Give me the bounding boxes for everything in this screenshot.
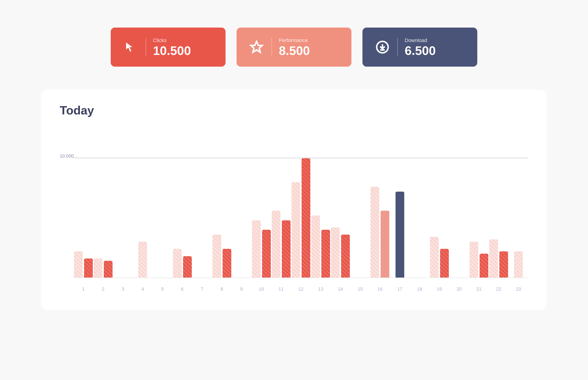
x-label: 14 [331, 285, 350, 292]
bar-slot [172, 249, 192, 278]
bar-back [331, 228, 340, 278]
bar-back [514, 251, 523, 278]
bar-slot [410, 275, 429, 278]
bar-slot [133, 242, 152, 278]
x-label: 1 [74, 285, 93, 292]
chart-title: Today [60, 103, 528, 117]
performance-text: Performance 8.500 [279, 38, 310, 57]
bar-slot [469, 242, 489, 278]
download-icon [374, 39, 390, 55]
x-label: 16 [370, 285, 390, 292]
bar-slot [212, 235, 232, 278]
bar-back [173, 249, 182, 278]
x-label: 2 [93, 285, 113, 292]
chart-area: 10.0001234567891011121314151617181920212… [60, 131, 528, 292]
bar-slot [331, 228, 350, 278]
x-label: 8 [212, 285, 232, 292]
star-icon [249, 39, 265, 55]
bar-front [222, 249, 231, 278]
x-label: 17 [390, 285, 410, 292]
divider [272, 38, 272, 56]
bar-slot [350, 275, 370, 278]
clicks-text: Clicks 10.500 [153, 38, 191, 57]
bars-group [74, 158, 528, 278]
bar-front [104, 261, 112, 278]
divider [146, 38, 146, 56]
bar-front [440, 249, 449, 278]
x-label: 12 [291, 285, 311, 292]
bar-slot [74, 251, 93, 278]
bar-slot [311, 215, 331, 278]
bar-back [311, 215, 320, 278]
bar-back [272, 211, 280, 278]
clicks-value: 10.500 [153, 44, 191, 57]
clicks-label: Clicks [153, 38, 191, 43]
bar-slot [429, 237, 449, 278]
bar-front [84, 258, 93, 278]
bar-slot [232, 275, 252, 278]
bar-slot [152, 275, 172, 278]
x-label: 18 [410, 285, 429, 292]
bar-front [321, 230, 330, 278]
bar-slot [390, 192, 410, 278]
bar-slot [93, 258, 113, 278]
x-label: 21 [469, 285, 489, 292]
bar-front [381, 211, 389, 278]
bar-back [292, 182, 300, 278]
bar-back [469, 242, 478, 278]
bar-slot [113, 275, 133, 278]
reference-label: 10.000 [60, 153, 74, 159]
x-label: 6 [172, 285, 192, 292]
bar-front [479, 254, 488, 278]
bar-back [370, 187, 379, 278]
x-label: 3 [113, 285, 133, 292]
download-card: Download 6.500 [363, 28, 477, 67]
download-label: Download [405, 38, 436, 43]
bar-slot [449, 275, 469, 278]
bar-back [489, 239, 498, 278]
x-label: 10 [252, 285, 271, 292]
performance-card: Performance 8.500 [237, 28, 351, 67]
x-label: 9 [232, 285, 252, 292]
x-label: 7 [192, 285, 212, 292]
bar-back [212, 235, 221, 278]
bar-slot [370, 187, 390, 278]
bar-slot [509, 251, 528, 278]
download-value: 6.500 [405, 44, 436, 57]
bar-slot [271, 211, 291, 278]
x-label: 19 [429, 285, 449, 292]
bar-slot [489, 239, 509, 278]
download-text: Download 6.500 [405, 38, 436, 57]
bar-slot [291, 158, 311, 278]
bar-back [430, 237, 439, 278]
bar-front [183, 256, 192, 278]
bar-slot [192, 275, 212, 278]
x-label: 22 [489, 285, 509, 292]
svg-marker-0 [251, 41, 262, 52]
chart-container: Today 10.0001234567891011121314151617181… [41, 90, 547, 310]
bar-front [499, 251, 508, 278]
x-label: 5 [152, 285, 172, 292]
bar-front [341, 235, 350, 278]
bar-front [396, 192, 404, 278]
performance-label: Performance [279, 38, 310, 43]
stats-row: Clicks 10.500 Performance 8.500 Downloa [111, 28, 477, 67]
x-label: 20 [449, 285, 469, 292]
x-label: 13 [311, 285, 331, 292]
performance-value: 8.500 [279, 44, 310, 57]
x-label: 23 [509, 285, 528, 292]
bar-back [252, 220, 261, 278]
bar-back [94, 258, 102, 278]
x-label: 4 [133, 285, 152, 292]
chart-baseline [74, 278, 528, 278]
bar-back [74, 251, 83, 278]
bar-front [262, 230, 271, 278]
clicks-card: Clicks 10.500 [111, 28, 225, 67]
bar-back [138, 242, 147, 278]
x-label: 15 [350, 285, 370, 292]
x-label: 11 [271, 285, 291, 292]
bar-front [282, 220, 291, 278]
cursor-icon [123, 39, 139, 55]
bar-slot [252, 220, 271, 278]
x-axis: 1234567891011121314151617181920212223 [74, 285, 528, 292]
